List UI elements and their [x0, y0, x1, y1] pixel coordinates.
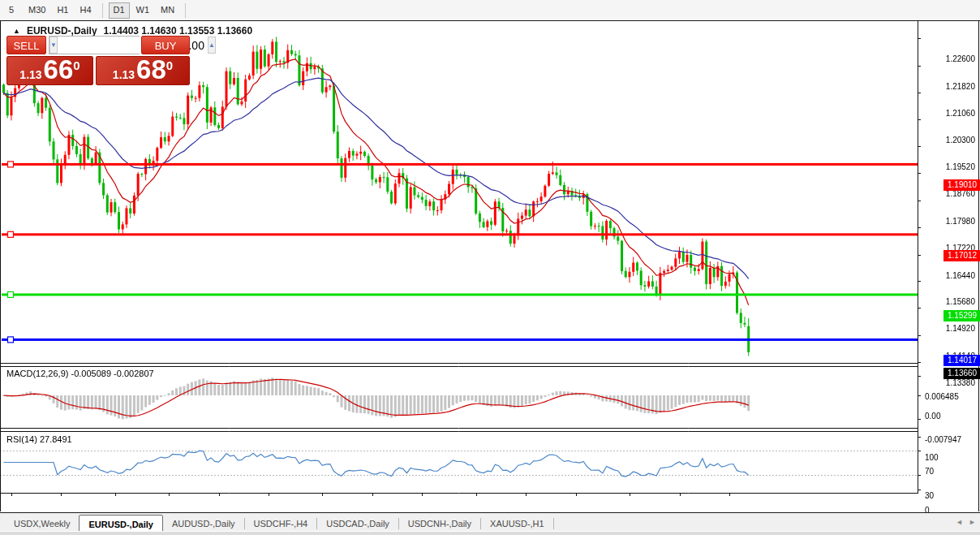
rsi-axis-label: 30	[925, 491, 934, 500]
chart-window: ▲ EURUSD-,Daily 1.14403 1.14630 1.13553 …	[0, 21, 980, 512]
macd-axis-label: 0.00	[925, 412, 940, 421]
price-level-badge: 1.19010	[943, 179, 980, 191]
macd-axis-label: -0.007947	[925, 435, 961, 444]
chart-tab-USDX-Weekly[interactable]: USDX,Weekly	[5, 515, 79, 533]
tab-scroll-left-button[interactable]: ◄	[956, 518, 963, 526]
sell-price-panel[interactable]: 1.13 66 0	[6, 56, 93, 85]
rsi-indicator-label: RSI(14) 27.8491	[6, 434, 72, 444]
sell-price-prefix: 1.13	[19, 67, 41, 82]
price-axis-label: 1.16440	[925, 271, 975, 280]
price-level-badge: 1.17012	[943, 250, 980, 261]
macd-axis-label: 0.006485	[925, 392, 959, 401]
price-axis-label: 1.19520	[925, 162, 975, 171]
tab-scroll-right-button[interactable]: ►	[969, 518, 976, 526]
chart-tab-USDCHF-H4[interactable]: USDCHF-,H4	[245, 515, 317, 533]
price-axis-label: 1.21060	[925, 109, 975, 118]
chart-canvas[interactable]	[0, 21, 980, 512]
timeframe-button-MN[interactable]: MN	[156, 2, 179, 19]
price-axis-label: 1.14920	[925, 324, 975, 333]
macd-indicator-label: MACD(12,26,9) -0.005089 -0.002807	[6, 369, 154, 378]
chevron-down-icon: ▼	[50, 41, 57, 49]
toolbar-divider	[185, 3, 186, 18]
timeframe-toolbar: 5M30H1H4D1W1MN	[0, 0, 980, 21]
buy-price-panel[interactable]: 1.13 68 0	[96, 56, 190, 85]
one-click-trade-widget: SELL ▼ ▲ BUY 1.13 66 0 1.13 68 0	[6, 36, 190, 85]
ohlc-readout: 1.14403 1.14630 1.13553 1.13660	[104, 25, 253, 37]
chart-title-row: ▲ EURUSD-,Daily 1.14403 1.14630 1.13553 …	[13, 25, 252, 37]
buy-button[interactable]: BUY	[141, 36, 190, 54]
tab-separator	[553, 518, 554, 529]
sell-button[interactable]: SELL	[6, 36, 46, 54]
timeframe-button-W1[interactable]: W1	[131, 2, 155, 19]
chevron-up-icon: ▲	[208, 41, 215, 49]
chart-tab-USDCNH-Daily[interactable]: USDCNH-,Daily	[399, 515, 480, 533]
toolbar-divider	[102, 3, 103, 18]
chart-tab-EURUSD-Daily[interactable]: EURUSD-,Daily	[79, 515, 162, 533]
trade-row: SELL ▼ ▲ BUY	[6, 36, 190, 54]
price-axis-label: 1.15680	[925, 297, 975, 306]
price-axis-label: 1.17980	[925, 217, 975, 226]
volume-increase-button[interactable]: ▲	[208, 37, 216, 54]
chart-title: EURUSD-,Daily	[27, 25, 97, 37]
price-axis-label: 1.21820	[925, 82, 975, 91]
chart-tab-USDCAD-Daily[interactable]: USDCAD-,Daily	[317, 515, 398, 533]
chart-tabs: USDX,WeeklyEURUSD-,DailyAUDUSD-,DailyUSD…	[5, 515, 554, 533]
volume-stepper: ▼ ▲	[49, 36, 140, 54]
price-axis-label: 1.22600	[925, 54, 975, 63]
chart-tab-bar: USDX,WeeklyEURUSD-,DailyAUDUSD-,DailyUSD…	[0, 512, 980, 535]
timeframe-button-M30[interactable]: M30	[24, 2, 50, 19]
timeframe-button-D1[interactable]: D1	[109, 2, 130, 19]
timeframe-button-H1[interactable]: H1	[52, 2, 73, 19]
buy-price-prefix: 1.13	[113, 67, 135, 82]
timeframe-button-5[interactable]: 5	[1, 2, 22, 19]
price-level-badge: 1.15299	[943, 310, 980, 321]
current-price-badge: 1.13660	[943, 368, 980, 379]
price-axis-label: 1.20300	[925, 136, 975, 145]
timeframe-button-H4[interactable]: H4	[75, 2, 96, 19]
buy-price-main: 68	[136, 58, 166, 82]
chart-tab-XAUUSD-H1[interactable]: XAUUSD-,H1	[481, 515, 553, 533]
price-axis-label: 1.13380	[925, 378, 975, 387]
sell-price-superscript: 0	[73, 58, 80, 72]
mt4-terminal: 5M30H1H4D1W1MN ▲ EURUSD-,Daily 1.14403 1…	[0, 0, 980, 535]
collapse-triangle-icon[interactable]: ▲	[13, 27, 20, 35]
rsi-axis-label: 100	[925, 453, 939, 462]
tab-bar-bottom-strip	[0, 531, 980, 535]
chart-tab-AUDUSD-Daily[interactable]: AUDUSD-,Daily	[163, 515, 244, 533]
sell-price-main: 66	[44, 58, 74, 82]
price-level-badge: 1.14017	[943, 355, 980, 366]
volume-decrease-button[interactable]: ▼	[49, 37, 58, 54]
rsi-axis-label: 70	[925, 467, 934, 476]
buy-price-superscript: 0	[166, 58, 173, 72]
